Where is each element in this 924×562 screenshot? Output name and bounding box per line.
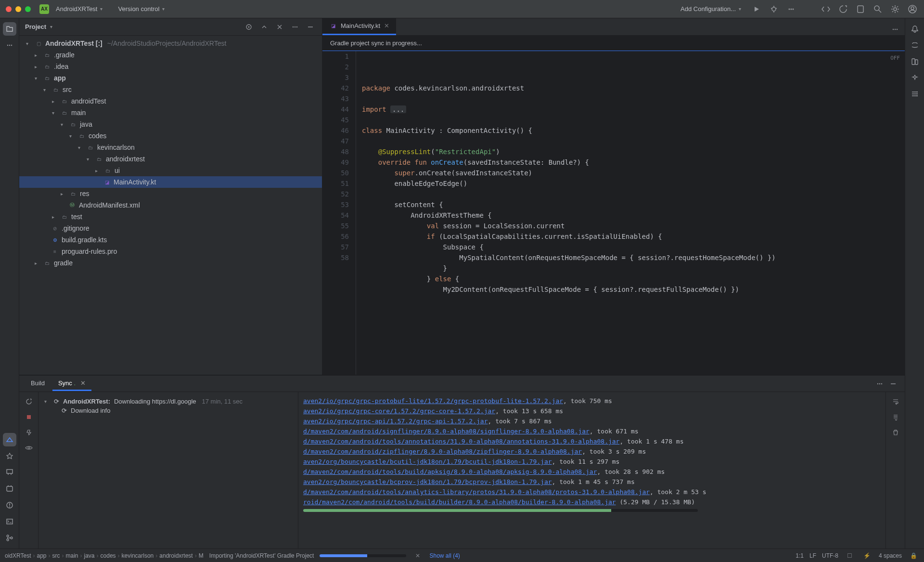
readonly-toggle-icon[interactable]: ☐ bbox=[844, 550, 856, 562]
tree-item-res[interactable]: ▸🗀res bbox=[19, 188, 322, 199]
caret-position[interactable]: 1:1 bbox=[796, 552, 804, 559]
download-link[interactable]: aven2/org/bouncycastle/bcprov-jdk18on/1.… bbox=[303, 478, 552, 485]
tree-item-androidtest[interactable]: ▸🗀androidTest bbox=[19, 95, 322, 107]
tree-item-gitignore[interactable]: ⊘.gitignore bbox=[19, 222, 322, 234]
structure-tool-icon[interactable] bbox=[908, 88, 922, 101]
debug-button[interactable] bbox=[768, 3, 780, 15]
breadcrumb-item[interactable]: oidXRTest bbox=[5, 552, 31, 559]
breadcrumb-item[interactable]: app bbox=[37, 552, 46, 559]
logcat-tool-icon[interactable] bbox=[3, 482, 16, 496]
project-dropdown[interactable]: AndroidXRTest ▾ bbox=[53, 3, 105, 14]
breadcrumb-item[interactable]: src bbox=[52, 552, 60, 559]
tree-item-java[interactable]: ▾🗀java bbox=[19, 118, 322, 130]
download-link[interactable]: roid/maven2/com/android/tools/build/buil… bbox=[303, 498, 616, 506]
hide-panel-icon[interactable] bbox=[887, 378, 899, 390]
panel-options-icon[interactable] bbox=[289, 21, 301, 33]
settings-gear-icon[interactable] bbox=[889, 3, 901, 15]
download-link[interactable]: d/maven2/com/android/tools/annotations/3… bbox=[303, 438, 619, 445]
file-encoding[interactable]: UTF-8 bbox=[822, 552, 838, 559]
build-output[interactable]: aven2/io/grpc/grpc-protobuf-lite/1.57.2/… bbox=[298, 392, 886, 549]
hide-panel-icon[interactable] bbox=[305, 21, 316, 33]
build-tool-icon[interactable] bbox=[3, 433, 16, 446]
download-link[interactable]: d/maven2/com/android/tools/build/apksig/… bbox=[303, 468, 597, 475]
profiler-tool-icon[interactable] bbox=[3, 466, 16, 479]
run-button[interactable] bbox=[751, 3, 762, 15]
tree-item-gradle[interactable]: ▸🗀.gradle bbox=[19, 49, 322, 61]
vcs-tool-icon[interactable] bbox=[3, 531, 16, 545]
pin-icon[interactable] bbox=[23, 427, 35, 438]
download-link[interactable]: aven2/io/grpc/grpc-protobuf-lite/1.57.2/… bbox=[303, 397, 563, 405]
breadcrumb-item[interactable]: M bbox=[199, 552, 204, 559]
window-maximize-icon[interactable] bbox=[25, 6, 31, 12]
editor-options-icon[interactable] bbox=[889, 24, 901, 35]
clear-icon[interactable] bbox=[890, 427, 901, 438]
tree-item-mainactivity[interactable]: ◪MainActivity.kt bbox=[19, 176, 322, 188]
download-link[interactable]: aven2/org/bouncycastle/bcutil-jdk18on/1.… bbox=[303, 458, 552, 465]
run-configuration-dropdown[interactable]: Add Configuration... ▾ bbox=[677, 3, 745, 14]
account-icon[interactable] bbox=[907, 3, 918, 15]
updates-icon[interactable] bbox=[837, 3, 849, 15]
tree-item-codes[interactable]: ▾🗀codes bbox=[19, 130, 322, 142]
select-opened-file-icon[interactable] bbox=[243, 21, 255, 33]
tree-item-androidxrtest[interactable]: ▾🗀androidxrtest bbox=[19, 153, 322, 165]
show-all-tasks-link[interactable]: Show all (4) bbox=[429, 552, 460, 559]
more-actions-icon[interactable] bbox=[785, 3, 797, 15]
soft-wrap-icon[interactable] bbox=[890, 396, 901, 407]
window-minimize-icon[interactable] bbox=[15, 6, 21, 12]
restart-icon[interactable] bbox=[23, 396, 35, 407]
cancel-import-icon[interactable]: ✕ bbox=[412, 550, 424, 562]
download-link[interactable]: d/maven2/com/android/zipflinger/8.9.0-al… bbox=[303, 448, 582, 455]
more-tool-icon[interactable] bbox=[3, 39, 16, 52]
build-task-root[interactable]: ▾ ⟳ AndroidXRTest: Downloading https://d… bbox=[44, 397, 292, 406]
code-editor[interactable]: 1234243444546474849505152535455565758 OF… bbox=[322, 51, 905, 375]
build-task-tree[interactable]: ▾ ⟳ AndroidXRTest: Downloading https://d… bbox=[38, 392, 298, 549]
tree-item-proguard[interactable]: ≡proguard-rules.pro bbox=[19, 246, 322, 257]
build-subtask[interactable]: ⟳ Download info bbox=[44, 406, 292, 415]
project-tree[interactable]: ▾ ▢ AndroidXRTest [:] ~/AndroidStudioPro… bbox=[19, 36, 322, 375]
tree-item-manifest[interactable]: ⓂAndroidManifest.xml bbox=[19, 199, 322, 211]
tree-item-main[interactable]: ▾🗀main bbox=[19, 107, 322, 118]
tree-item-kevincarlson[interactable]: ▾🗀kevincarlson bbox=[19, 142, 322, 153]
tree-item-src[interactable]: ▾🗀src bbox=[19, 84, 322, 95]
tree-item-gradle-folder[interactable]: ▸🗀gradle bbox=[19, 257, 322, 269]
expand-all-icon[interactable] bbox=[258, 21, 270, 33]
tree-root[interactable]: ▾ ▢ AndroidXRTest [:] ~/AndroidStudioPro… bbox=[19, 38, 322, 49]
build-tab-build[interactable]: Build bbox=[25, 377, 51, 391]
terminal-tool-icon[interactable] bbox=[3, 515, 16, 528]
lock-icon[interactable]: 🔒 bbox=[908, 550, 919, 562]
close-tab-icon[interactable]: ✕ bbox=[384, 22, 389, 29]
memory-indicator-icon[interactable]: ⚡ bbox=[861, 550, 873, 562]
project-tool-icon[interactable] bbox=[3, 22, 16, 36]
running-devices-icon[interactable] bbox=[855, 3, 866, 15]
gradle-tool-icon[interactable] bbox=[908, 39, 922, 52]
indent-indicator[interactable]: 4 spaces bbox=[879, 552, 902, 559]
view-icon[interactable] bbox=[23, 442, 35, 454]
ai-assistant-icon[interactable] bbox=[908, 71, 922, 85]
tree-item-app[interactable]: ▾🗀app bbox=[19, 72, 322, 84]
line-separator[interactable]: LF bbox=[809, 552, 816, 559]
tree-item-test[interactable]: ▸🗀test bbox=[19, 211, 322, 222]
editor-tab-mainactivity[interactable]: ◪ MainActivity.kt ✕ bbox=[322, 18, 396, 35]
close-icon[interactable]: ✕ bbox=[80, 379, 86, 387]
search-icon[interactable] bbox=[872, 3, 884, 15]
scroll-to-end-icon[interactable] bbox=[890, 411, 901, 423]
download-link[interactable]: aven2/io/grpc/grpc-core/1.57.2/grpc-core… bbox=[303, 407, 495, 415]
download-link[interactable]: d/maven2/com/android/tools/analytics-lib… bbox=[303, 488, 650, 496]
breadcrumb-item[interactable]: main bbox=[66, 552, 78, 559]
breadcrumb-item[interactable]: kevincarlson bbox=[122, 552, 154, 559]
vcs-dropdown[interactable]: Version control ▾ bbox=[115, 3, 167, 14]
notifications-icon[interactable] bbox=[908, 22, 922, 36]
chevron-down-icon[interactable]: ▾ bbox=[50, 24, 52, 29]
breadcrumbs[interactable]: oidXRTest›app›src›main›java›codes›kevinc… bbox=[5, 552, 204, 559]
download-link[interactable]: d/maven2/com/android/signflinger/8.9.0-a… bbox=[303, 428, 590, 435]
collapse-all-icon[interactable] bbox=[274, 21, 285, 33]
tree-item-build-gradle[interactable]: ⚙build.gradle.kts bbox=[19, 234, 322, 246]
tree-item-ui[interactable]: ▸🗀ui bbox=[19, 165, 322, 176]
device-manager-icon[interactable] bbox=[908, 55, 922, 68]
breadcrumb-item[interactable]: codes bbox=[101, 552, 116, 559]
problems-tool-icon[interactable] bbox=[3, 498, 16, 512]
panel-options-icon[interactable] bbox=[874, 378, 886, 390]
download-link[interactable]: aven2/io/grpc/grpc-api/1.57.2/grpc-api-1… bbox=[303, 418, 488, 425]
window-close-icon[interactable] bbox=[6, 6, 12, 12]
stop-icon[interactable] bbox=[23, 411, 35, 423]
